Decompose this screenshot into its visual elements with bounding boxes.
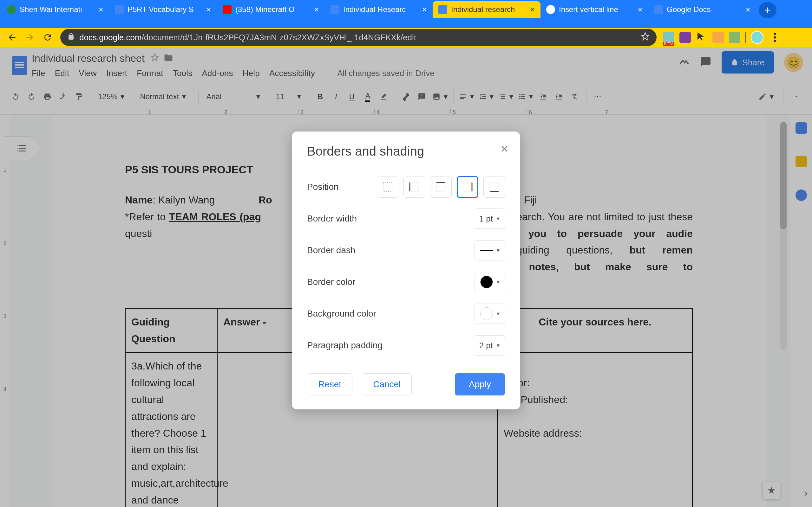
ext-purple-icon[interactable] (679, 32, 691, 43)
tab-favicon (7, 5, 16, 14)
ext-orange-icon[interactable] (712, 32, 724, 43)
tab-2[interactable]: P5RT Vocabulary S × (109, 1, 217, 18)
profile-avatar[interactable] (751, 31, 763, 44)
contacts-favicon (331, 5, 339, 14)
back-button[interactable] (3, 30, 21, 45)
tab-title: Google Docs (667, 5, 742, 14)
close-icon[interactable]: × (528, 5, 537, 14)
position-right-button[interactable] (457, 176, 478, 198)
position-bottom-button[interactable] (484, 176, 505, 198)
svg-rect-4 (410, 182, 419, 191)
docs-favicon (654, 5, 663, 14)
bg-color-label: Background color (307, 308, 376, 319)
tab-title: Shen Wai Internati (20, 5, 95, 14)
svg-rect-3 (383, 182, 392, 191)
tab-title: Individual Researc (343, 5, 418, 14)
border-color-label: Border color (307, 277, 356, 287)
google-favicon (546, 5, 555, 14)
tab-title: P5RT Vocabulary S (128, 5, 202, 14)
youtube-favicon (223, 5, 232, 14)
reset-button[interactable]: Reset (307, 373, 352, 395)
border-width-label: Border width (307, 214, 357, 224)
dialog-title: Borders and shading (307, 144, 505, 158)
reload-button[interactable] (39, 30, 56, 45)
padding-dropdown[interactable]: 2 pt▾ (474, 335, 505, 355)
border-color-dropdown[interactable]: ▾ (474, 272, 505, 292)
close-icon[interactable]: × (636, 5, 645, 14)
url-text: docs.google.com/document/d/1Jn-fRUs2PFQ7… (79, 33, 416, 43)
position-top-button[interactable] (430, 176, 452, 198)
url-actions (641, 32, 650, 43)
tab-5-active[interactable]: Individual research × (433, 1, 541, 18)
tab-title: Insert vertical line (559, 5, 634, 14)
ext-beta-icon[interactable]: BETA (663, 32, 674, 43)
close-icon[interactable]: × (744, 5, 752, 14)
color-swatch (480, 276, 493, 288)
border-dash-label: Border dash (307, 245, 356, 256)
lock-icon (67, 33, 75, 43)
close-icon[interactable]: × (204, 5, 213, 14)
close-icon[interactable]: ✕ (500, 143, 509, 155)
svg-rect-10 (490, 182, 499, 191)
forward-button[interactable] (21, 30, 39, 45)
tab-1[interactable]: Shen Wai Internati × (1, 1, 109, 18)
svg-point-1 (774, 36, 776, 39)
ext-cursor-icon[interactable] (696, 32, 707, 43)
bg-color-dropdown[interactable]: ▾ (474, 303, 505, 324)
apply-button[interactable]: Apply (455, 373, 505, 395)
padding-label: Paragraph padding (307, 340, 383, 350)
position-left-button[interactable] (403, 176, 425, 198)
new-tab-button[interactable] (759, 2, 776, 18)
position-label: Position (307, 182, 339, 192)
docs-favicon (115, 5, 124, 14)
border-width-dropdown[interactable]: 1 pt▾ (474, 209, 505, 229)
color-swatch (480, 307, 493, 320)
position-all-button[interactable] (377, 176, 398, 198)
close-icon[interactable]: × (96, 5, 105, 14)
tab-6[interactable]: Insert vertical line × (541, 1, 648, 18)
borders-dialog: Borders and shading ✕ Position Border wi… (292, 131, 520, 409)
extensions: BETA (663, 31, 781, 44)
svg-point-0 (774, 33, 776, 35)
browser-chrome: Shen Wai Internati × P5RT Vocabulary S ×… (0, 0, 812, 28)
chrome-menu-button[interactable] (768, 33, 781, 42)
svg-point-2 (774, 40, 776, 43)
close-icon[interactable]: × (312, 5, 321, 14)
svg-rect-6 (437, 182, 445, 191)
ext-green-icon[interactable] (729, 32, 740, 43)
dash-preview (480, 250, 493, 250)
tab-4[interactable]: Individual Researc × (325, 1, 433, 18)
close-icon[interactable]: × (420, 5, 429, 14)
tab-title: Individual research (451, 5, 526, 14)
tab-strip: Shen Wai Internati × P5RT Vocabulary S ×… (0, 0, 812, 18)
url-field[interactable]: docs.google.com/document/d/1Jn-fRUs2PFQ7… (60, 29, 657, 46)
separator (745, 32, 746, 43)
url-bar: docs.google.com/document/d/1Jn-fRUs2PFQ7… (0, 28, 812, 47)
border-dash-dropdown[interactable]: ▾ (474, 240, 505, 261)
tab-7[interactable]: Google Docs × (648, 1, 756, 18)
padding-value: 2 pt (479, 341, 493, 350)
tab-3[interactable]: (358) Minecraft O × (217, 1, 325, 18)
star-icon[interactable] (641, 32, 650, 43)
cancel-button[interactable]: Cancel (362, 373, 412, 395)
border-width-value: 1 pt (479, 214, 493, 224)
docs-favicon (438, 5, 447, 14)
svg-rect-8 (463, 182, 472, 191)
tab-title: (358) Minecraft O (235, 5, 310, 14)
